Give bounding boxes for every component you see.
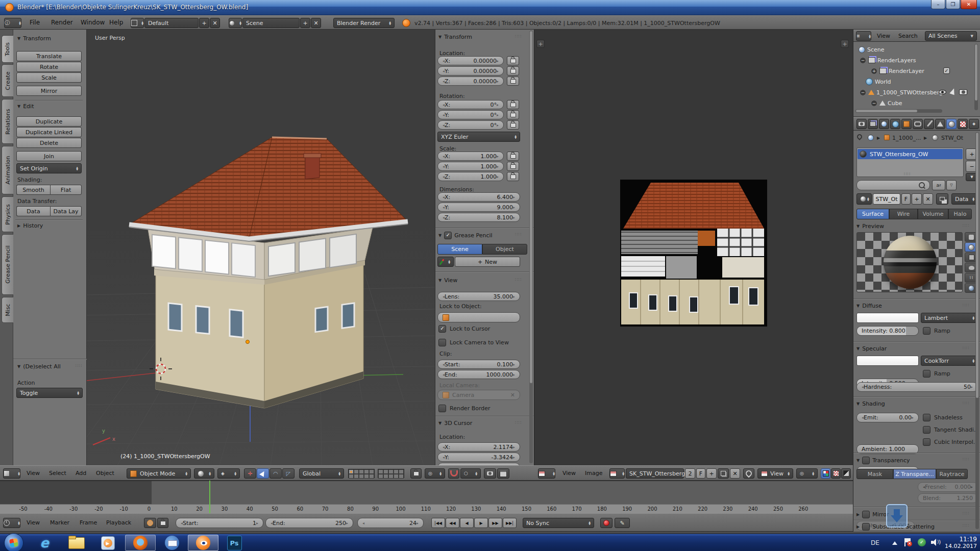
- use-nodes-icon[interactable]: [936, 193, 948, 205]
- panel-header-view[interactable]: ▼View: [438, 277, 457, 284]
- region-expand-right-icon[interactable]: +: [841, 40, 849, 48]
- material-name-field[interactable]: STW_Ot: [873, 193, 900, 205]
- context-world-icon[interactable]: [890, 119, 900, 129]
- timeline-menu-frame[interactable]: Frame: [80, 514, 97, 531]
- cursor-y-field[interactable]: ◂Y:-3.3424▸: [437, 453, 520, 462]
- panel-header-history[interactable]: ▶History: [17, 222, 43, 229]
- maximize-button[interactable]: ❐: [946, 0, 960, 9]
- location-z-lock[interactable]: [507, 77, 519, 86]
- outliner-item-world[interactable]: World: [866, 77, 891, 86]
- panel-grip[interactable]: [963, 399, 969, 406]
- panel-header-preview[interactable]: ▼Preview: [856, 223, 884, 230]
- timeline-menu-playback[interactable]: Playback: [106, 514, 131, 531]
- panel-header-deselect-all[interactable]: ▼(De)select All: [17, 363, 61, 370]
- scene-selector[interactable]: Scene: [242, 18, 300, 28]
- render-border-row[interactable]: Render Border: [438, 405, 491, 412]
- breadcrumb-object-name[interactable]: 1_1000_...: [892, 135, 921, 141]
- sync-dropdown[interactable]: No Sync▲▼: [523, 518, 594, 528]
- clip-start-field[interactable]: ◂Start:0.100▸: [437, 360, 520, 369]
- material-slot-row[interactable]: STW_Ottersberg_OW: [857, 149, 963, 159]
- lock-to-cursor-checkbox[interactable]: [438, 325, 446, 333]
- n-panel-scrollbar[interactable]: [529, 31, 533, 463]
- grease-scene-toggle[interactable]: Scene: [437, 244, 482, 255]
- editor-type-image-button[interactable]: ▲▼: [538, 468, 555, 479]
- rotation-z-lock[interactable]: [507, 120, 519, 130]
- prev-keyframe-button[interactable]: ◀◀: [446, 518, 459, 528]
- panel-header-transform-n[interactable]: ▼Transform: [438, 34, 472, 40]
- rotation-x-field[interactable]: ◂X:0°▸: [437, 100, 504, 109]
- scale-z-field[interactable]: ◂Z:1.000▸: [437, 172, 504, 181]
- panel-grip[interactable]: [963, 344, 969, 351]
- mirror-button[interactable]: Mirror: [16, 86, 82, 96]
- scale-y-field[interactable]: ◂Y:1.000▸: [437, 162, 504, 171]
- context-render-icon[interactable]: [856, 119, 867, 129]
- taskbar-explorer-icon[interactable]: [65, 537, 87, 549]
- panel-grip[interactable]: [515, 276, 522, 283]
- panel-grip[interactable]: [963, 222, 969, 229]
- timeline-canvas[interactable]: [0, 481, 853, 504]
- visibility-eye-icon[interactable]: [939, 90, 946, 94]
- join-button[interactable]: Join: [16, 151, 82, 161]
- context-texture-icon[interactable]: [958, 119, 968, 129]
- current-frame-field[interactable]: ◂24▸: [357, 518, 424, 528]
- dimension-y-field[interactable]: ◂Y:9.000▸: [437, 203, 520, 212]
- scale-x-lock[interactable]: [507, 152, 519, 161]
- outliner-menu-search[interactable]: Search: [898, 30, 918, 41]
- material-link-dropdown[interactable]: Data▲▼: [951, 193, 978, 205]
- specular-ramp-checkbox[interactable]: [923, 370, 930, 378]
- layout-icon[interactable]: ▲▼: [131, 18, 144, 28]
- specular-color-swatch[interactable]: [856, 356, 919, 366]
- menu-render[interactable]: Render: [51, 16, 73, 29]
- tab-misc[interactable]: Misc: [2, 297, 13, 323]
- pin-image-icon[interactable]: [743, 468, 754, 479]
- image-browse-dropdown[interactable]: ▲▼: [609, 468, 625, 479]
- diffuse-color-swatch[interactable]: [856, 313, 919, 323]
- collapse-icon[interactable]: −: [871, 100, 877, 107]
- location-x-lock[interactable]: [507, 56, 519, 65]
- collapse-icon[interactable]: −: [860, 89, 866, 96]
- translate-button[interactable]: Translate: [16, 51, 82, 61]
- tray-security-icon[interactable]: ✓: [918, 538, 926, 546]
- panel-grip[interactable]: [515, 419, 522, 425]
- selectability-cursor-icon[interactable]: [949, 88, 957, 95]
- cubic-interpolation-checkbox[interactable]: [923, 438, 930, 446]
- panel-header-grease-pencil[interactable]: ▼Grease Pencil: [438, 232, 493, 239]
- menu-window[interactable]: Window: [81, 16, 105, 29]
- render-border-checkbox[interactable]: [438, 405, 446, 412]
- panel-header-edit[interactable]: ▼Edit: [17, 103, 34, 110]
- context-object-icon[interactable]: [901, 119, 912, 129]
- shadeless-checkbox[interactable]: [923, 414, 930, 421]
- rotate-button[interactable]: Rotate: [16, 62, 82, 72]
- layers-widget[interactable]: [348, 469, 407, 478]
- tab-create[interactable]: Create: [2, 64, 13, 97]
- tab-volume[interactable]: Volume: [918, 209, 948, 219]
- tab-surface[interactable]: Surface: [856, 209, 889, 219]
- sort-az-button[interactable]: az: [932, 180, 945, 190]
- dimension-x-field[interactable]: ◂X:6.400▸: [437, 192, 520, 202]
- context-material-icon[interactable]: [946, 119, 957, 129]
- taskbar-ie-icon[interactable]: e: [34, 535, 55, 550]
- tray-expand-icon[interactable]: [892, 541, 897, 545]
- material-add-button[interactable]: +: [912, 193, 922, 205]
- editor-type-outliner-button[interactable]: ≣▲▼: [856, 31, 871, 41]
- grease-object-toggle[interactable]: Object: [482, 244, 527, 255]
- editor-type-timeline-button[interactable]: ▲▼: [3, 518, 20, 528]
- panel-grip[interactable]: [515, 231, 522, 237]
- pin-icon[interactable]: [856, 133, 863, 140]
- material-unlink-button[interactable]: ✕: [923, 193, 933, 205]
- lock-camera-row[interactable]: Lock Camera to View: [438, 339, 509, 346]
- outliner-v-scrollbar[interactable]: [974, 44, 978, 110]
- image-fake-user-button[interactable]: F: [696, 468, 705, 479]
- data-layout-button[interactable]: Data Lay: [50, 206, 82, 216]
- sort-order-button[interactable]: ▽: [946, 180, 957, 190]
- keying-set-icon[interactable]: ✎: [615, 518, 630, 528]
- collapse-icon[interactable]: −: [860, 57, 866, 64]
- material-browse-dropdown[interactable]: ▲▼: [856, 193, 872, 205]
- rotation-z-field[interactable]: ◂Z:0°▸: [437, 120, 504, 130]
- transparency-mask-button[interactable]: Mask: [856, 469, 893, 479]
- context-render-layers-icon[interactable]: [868, 119, 878, 129]
- render-opengl-anim-icon[interactable]: [497, 468, 509, 479]
- manipulator-translate-icon[interactable]: ✛: [244, 468, 256, 479]
- scene-delete-button[interactable]: ✕: [311, 18, 321, 28]
- render-opengl-icon[interactable]: [484, 468, 496, 479]
